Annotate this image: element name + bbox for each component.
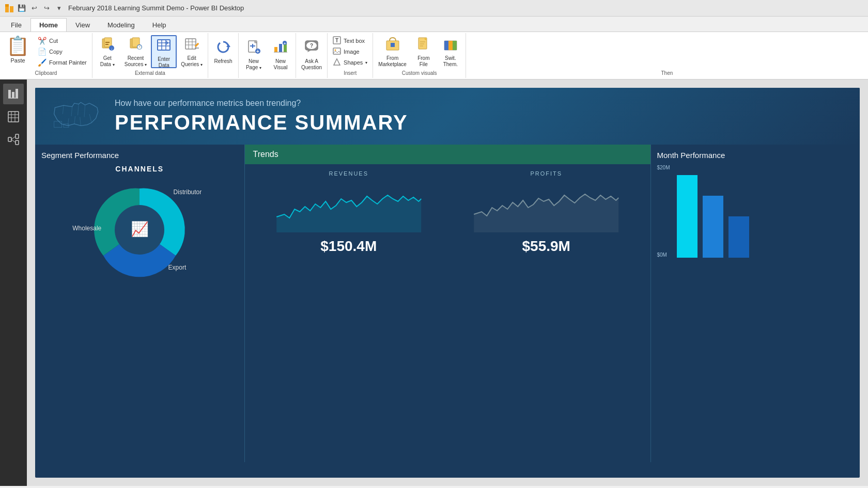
enter-data-label: EnterData — [158, 56, 170, 69]
from-marketplace-button[interactable]: FromMarketplace — [375, 35, 409, 68]
svg-rect-54 — [448, 41, 453, 50]
image-button[interactable]: Image — [330, 46, 370, 57]
wholesale-label: Wholesale — [72, 225, 101, 232]
dashboard-title-area: How have our performance metrics been tr… — [115, 99, 844, 134]
tab-view[interactable]: View — [67, 18, 99, 32]
refresh-button[interactable]: Refresh — [210, 38, 236, 71]
svg-rect-1 — [10, 6, 13, 12]
month-title: Month Performance — [657, 151, 854, 160]
cut-button[interactable]: ✂️ Cut — [35, 36, 90, 46]
svg-rect-55 — [453, 41, 457, 50]
dropdown-icon[interactable]: ▾ — [54, 3, 64, 13]
undo-icon[interactable]: ↩ — [29, 3, 39, 13]
save-icon[interactable]: 💾 — [17, 3, 27, 13]
dashboard-title: PERFORMANCE SUMMARY — [115, 111, 844, 134]
new-visual-icon: + — [273, 40, 288, 57]
tab-modeling[interactable]: Modeling — [99, 18, 144, 32]
revenue-value: $150.4M — [255, 238, 443, 255]
get-data-button[interactable]: ↓ GetData ▾ — [95, 35, 120, 68]
clipboard-group: 📋 Paste ✂️ Cut 📄 Copy 🖌️ Format Painter — [0, 33, 92, 78]
from-file-label: FromFile — [417, 55, 429, 68]
svg-rect-13 — [158, 40, 170, 50]
svg-text:?: ? — [310, 43, 313, 49]
sidebar-item-data[interactable] — [3, 106, 24, 127]
svg-line-68 — [11, 136, 16, 139]
enter-data-button[interactable]: EnterData — [151, 35, 177, 68]
title-bar-icons: 💾 ↩ ↪ ▾ — [4, 3, 64, 13]
revenue-chart: REVENUES $150.4M — [255, 170, 443, 255]
from-file-icon — [416, 37, 431, 54]
new-page-button[interactable]: + NewPage ▾ — [241, 38, 267, 71]
canvas-area: How have our performance metrics been tr… — [27, 80, 868, 486]
svg-rect-71 — [54, 121, 62, 128]
tab-file[interactable]: File — [2, 18, 30, 32]
svg-rect-43 — [333, 48, 340, 54]
from-file-button[interactable]: FromFile — [411, 35, 437, 68]
format-painter-icon: 🖌️ — [38, 58, 47, 67]
external-data-label: External data — [135, 69, 165, 77]
get-data-icon: ↓ — [100, 37, 115, 54]
insert-group: T Text box Image Shapes ▾ — [328, 33, 373, 78]
sidebar-item-report[interactable] — [3, 84, 24, 104]
svg-rect-6 — [105, 44, 109, 45]
edit-queries-button[interactable]: EditQueries ▾ — [178, 35, 206, 68]
main-layout: How have our performance metrics been tr… — [0, 80, 868, 486]
svg-rect-77 — [677, 175, 698, 258]
trends-panel: Trends REVENUES $150.4M — [245, 145, 651, 462]
channels-section: CHANNELS — [41, 165, 238, 281]
external-data-content: ↓ GetData ▾ 🕐 RecentSources ▾ — [95, 34, 206, 69]
themes-label: Then — [661, 69, 673, 77]
recent-sources-button[interactable]: 🕐 RecentSources ▾ — [121, 35, 150, 68]
distributor-label: Distributor — [174, 188, 202, 196]
copy-button[interactable]: 📄 Copy — [35, 46, 90, 57]
redo-icon[interactable]: ↪ — [41, 3, 52, 13]
svg-rect-67 — [16, 140, 19, 145]
svg-marker-75 — [276, 195, 421, 232]
report-canvas[interactable]: How have our performance metrics been tr… — [35, 88, 860, 478]
paste-button[interactable]: 📋 Paste — [2, 35, 34, 68]
text-box-icon: T — [333, 36, 341, 46]
svg-rect-78 — [703, 196, 723, 258]
dashboard-header: How have our performance metrics been tr… — [35, 88, 860, 145]
ask-content: ? Ask AQuestion — [298, 34, 325, 75]
sidebar-item-model[interactable] — [3, 129, 24, 150]
svg-marker-45 — [334, 59, 340, 65]
custom-visuals-label: Custom visuals — [402, 69, 437, 77]
svg-rect-70 — [53, 105, 100, 129]
edit-queries-icon — [184, 37, 199, 54]
insert-content: T Text box Image Shapes ▾ — [330, 34, 370, 69]
month-y-axis: $20M $0M — [657, 165, 672, 258]
copy-label: Copy — [49, 49, 63, 55]
revenue-title: REVENUES — [255, 170, 443, 177]
svg-rect-2 — [5, 4, 9, 7]
svg-rect-66 — [16, 134, 19, 138]
month-min-label: $0M — [657, 252, 670, 258]
paste-icon: 📋 — [6, 37, 29, 55]
cut-icon: ✂️ — [38, 37, 47, 45]
svg-rect-31 — [274, 47, 277, 52]
text-box-button[interactable]: T Text box — [330, 36, 370, 46]
shapes-button[interactable]: Shapes ▾ — [330, 57, 370, 68]
format-painter-button[interactable]: 🖌️ Format Painter — [35, 57, 90, 68]
svg-point-44 — [335, 49, 336, 51]
from-marketplace-icon — [385, 37, 400, 54]
format-painter-label: Format Painter — [49, 59, 87, 66]
shapes-arrow-icon: ▾ — [365, 60, 367, 65]
recent-sources-label: RecentSources ▾ — [125, 55, 147, 68]
svg-text:📈: 📈 — [131, 221, 149, 238]
revenue-line-chart — [255, 181, 443, 232]
switch-theme-button[interactable]: Swit.Them. — [438, 35, 463, 68]
refresh-content: Refresh — [210, 34, 236, 75]
ask-question-label: Ask AQuestion — [301, 58, 322, 71]
svg-rect-32 — [279, 44, 282, 52]
new-visual-button[interactable]: + NewVisual — [268, 38, 293, 71]
svg-text:↓: ↓ — [111, 46, 113, 51]
get-data-label: GetData ▾ — [100, 55, 115, 68]
ask-question-button[interactable]: ? Ask AQuestion — [298, 38, 325, 71]
tab-home[interactable]: Home — [30, 18, 67, 32]
text-box-label: Text box — [344, 38, 365, 44]
tab-help[interactable]: Help — [144, 18, 175, 32]
trends-title: Trends — [253, 150, 278, 159]
copy-icon: 📄 — [38, 48, 47, 56]
custom-visuals-content: FromMarketplace FromFile — [375, 34, 463, 69]
